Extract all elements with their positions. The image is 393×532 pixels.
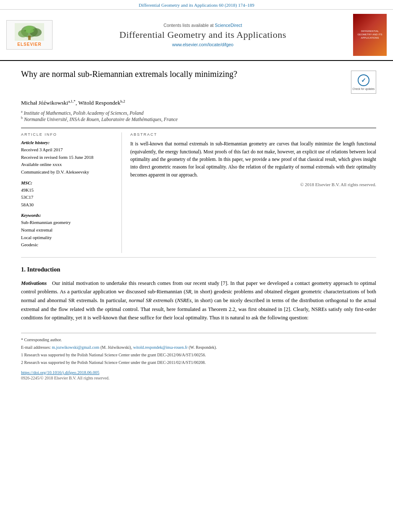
article-history-block: Article history: Received 3 April 2017 R… bbox=[21, 140, 113, 176]
journal-cover-image: DIFFERENTIAL GEOMETRY AND ITS APPLICATIO… bbox=[353, 14, 387, 56]
intro-section-heading: Introduction bbox=[27, 266, 61, 273]
intro-paragraph: Motivations Our initial motivation to un… bbox=[21, 279, 376, 322]
check-for-updates-badge: ✓ Check for updates bbox=[351, 71, 376, 94]
article-history-title: Article history: bbox=[21, 140, 113, 145]
keyword-2: Normal extremal bbox=[21, 226, 113, 234]
revised-date: Received in revised form 15 June 2018 bbox=[21, 154, 113, 161]
science-direct-link[interactable]: ScienceDirect bbox=[215, 23, 242, 28]
divider-1 bbox=[21, 128, 376, 128]
doi-section: https://doi.org/10.1016/j.difgeo.2018.06… bbox=[21, 370, 376, 375]
email1-name: (M. Jóźwikowski), bbox=[100, 345, 132, 350]
doi-link[interactable]: https://doi.org/10.1016/j.difgeo.2018.06… bbox=[21, 370, 99, 375]
abstract-column: ABSTRACT It is well-known that normal ex… bbox=[122, 132, 376, 253]
info-abstract-row: ARTICLE INFO Article history: Received 3… bbox=[21, 132, 376, 258]
svg-point-6 bbox=[24, 30, 26, 32]
journal-reference-bar: Differential Geometry and its Applicatio… bbox=[0, 0, 393, 10]
keyword-3: Local optimality bbox=[21, 234, 113, 242]
affiliation-b: b Normandie Université, INSA de Rouen, L… bbox=[21, 116, 376, 122]
journal-cover-text: DIFFERENTIAL GEOMETRY AND ITS APPLICATIO… bbox=[357, 30, 382, 40]
email1-link[interactable]: m.jozwikowski@gmail.com bbox=[52, 345, 99, 350]
article-info-label: ARTICLE INFO bbox=[21, 132, 113, 137]
authors-line: Michał Jóźwikowskia,1,*, Witold Responde… bbox=[21, 99, 376, 106]
intro-text-body: Our initial motivation to undertake this… bbox=[21, 280, 376, 321]
article-info-column: ARTICLE INFO Article history: Received 3… bbox=[21, 132, 122, 253]
svg-rect-4 bbox=[28, 36, 31, 40]
paper-title-section: Why are normal sub-Riemannian extremals … bbox=[21, 68, 376, 94]
elsevier-brand-text: ELSEVIER bbox=[17, 42, 41, 47]
available-date: Available online xxxx bbox=[21, 161, 113, 169]
email-addresses-line: E-mail addresses: m.jozwikowski@gmail.co… bbox=[21, 344, 376, 351]
abstract-label: ABSTRACT bbox=[130, 132, 376, 137]
footnotes-section: * Corresponding author. E-mail addresses… bbox=[21, 333, 376, 366]
intro-section-number: 1. bbox=[21, 266, 26, 273]
svg-point-7 bbox=[33, 29, 34, 31]
msc-code-1: 49K15 bbox=[21, 187, 113, 194]
affiliations-block: a Institute of Mathematics, Polish Acade… bbox=[21, 110, 376, 122]
contents-available-line: Contents lists available at ScienceDirec… bbox=[58, 23, 348, 28]
check-circle-icon: ✓ bbox=[358, 74, 369, 86]
author-names: Michał Jóźwikowskia,1,*, Witold Responde… bbox=[21, 100, 125, 106]
article-history-content: Received 3 April 2017 Received in revise… bbox=[21, 146, 113, 176]
main-content: Why are normal sub-Riemannian extremals … bbox=[0, 61, 393, 388]
keyword-1: Sub-Riemannian geometry bbox=[21, 219, 113, 226]
msc-block: MSC: 49K15 53C17 58A30 bbox=[21, 180, 113, 209]
email2-name: (W. Respondek). bbox=[189, 345, 217, 350]
journal-url: www.elsevier.com/locate/difgeo bbox=[58, 42, 348, 47]
affiliation-a: a Institute of Mathematics, Polish Acade… bbox=[21, 110, 376, 116]
keywords-content: Sub-Riemannian geometry Normal extremal … bbox=[21, 219, 113, 248]
msc-code-3: 58A30 bbox=[21, 201, 113, 209]
abstract-text: It is well-known that normal extremals i… bbox=[130, 140, 376, 179]
keywords-block: Keywords: Sub-Riemannian geometry Normal… bbox=[21, 213, 113, 248]
motivations-label: Motivations bbox=[21, 280, 47, 286]
abstract-copyright: © 2018 Elsevier B.V. All rights reserved… bbox=[130, 182, 376, 187]
svg-point-5 bbox=[24, 26, 34, 33]
communicated-by: Communicated by D.V. Alekseevsky bbox=[21, 169, 113, 176]
msc-code-2: 53C17 bbox=[21, 194, 113, 201]
msc-label: MSC: bbox=[21, 180, 113, 185]
journal-title-main: Differential Geometry and its Applicatio… bbox=[58, 29, 348, 40]
footnote-2: 2 Research was supported by the Polish N… bbox=[21, 359, 376, 366]
elsevier-logo: ELSEVIER bbox=[6, 20, 53, 50]
received-date: Received 3 April 2017 bbox=[21, 146, 113, 154]
check-updates-label: Check for updates bbox=[353, 87, 375, 90]
journal-reference-text: Differential Geometry and its Applicatio… bbox=[139, 3, 254, 8]
intro-section-title: 1. Introduction bbox=[21, 266, 376, 273]
keywords-label: Keywords: bbox=[21, 213, 113, 218]
journal-title-block: Contents lists available at ScienceDirec… bbox=[58, 23, 348, 47]
footnote-1: 1 Research was supported by the Polish N… bbox=[21, 352, 376, 358]
email2-link[interactable]: witold.respondek@insa-rouen.fr bbox=[133, 345, 188, 350]
issn-line: 0926-2245/© 2018 Elsevier B.V. All right… bbox=[21, 376, 376, 380]
journal-header: ELSEVIER Contents lists available at Sci… bbox=[0, 10, 393, 61]
corresponding-author-note: * Corresponding author. bbox=[21, 337, 376, 343]
msc-codes: 49K15 53C17 58A30 bbox=[21, 187, 113, 209]
keyword-4: Geodesic bbox=[21, 241, 113, 249]
introduction-section: 1. Introduction Motivations Our initial … bbox=[21, 266, 376, 322]
paper-title: Why are normal sub-Riemannian extremals … bbox=[21, 68, 345, 79]
elsevier-tree-image bbox=[15, 23, 44, 41]
